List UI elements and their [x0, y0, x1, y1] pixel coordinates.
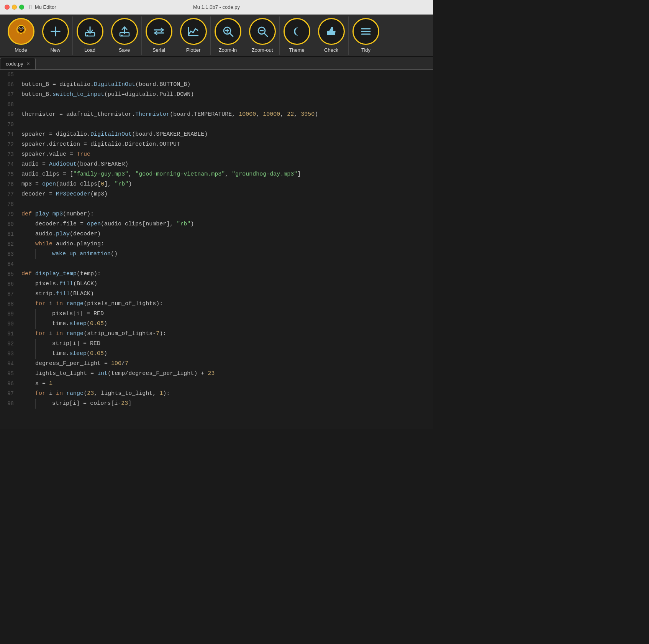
table-row: 74 audio = AudioOut(board.SPEAKER) [0, 159, 433, 169]
svg-point-5 [22, 28, 23, 29]
table-row: 67 button_B.switch_to_input(pull=digital… [0, 90, 433, 100]
table-row: 81 audio.play(decoder) [0, 229, 433, 239]
svg-point-6 [20, 30, 22, 31]
code-py-tab[interactable]: code.py ✕ [0, 58, 36, 69]
svg-line-25 [264, 33, 267, 36]
table-row: 65 [0, 70, 433, 80]
table-row: 79 def play_mp3(number): [0, 209, 433, 219]
table-row: 68 [0, 100, 433, 110]
table-row: 71 speaker = digitalio.DigitalInOut(boar… [0, 130, 433, 140]
svg-rect-26 [327, 31, 329, 35]
table-row: 92 strip[i] = RED [0, 339, 433, 349]
table-row: 83 wake_up_animation() [0, 249, 433, 259]
serial-icon [146, 18, 172, 45]
table-row: 73 speaker.value = True [0, 150, 433, 159]
plotter-button[interactable]: Plotter [176, 16, 211, 55]
tidy-button[interactable]: Tidy [349, 16, 383, 55]
table-row: 69 thermistor = adafruit_thermistor.Ther… [0, 110, 433, 120]
table-row: 93 time.sleep(0.05) [0, 349, 433, 359]
table-row: 90 time.sleep(0.05) [0, 319, 433, 329]
new-label: New [50, 47, 60, 53]
svg-rect-7 [19, 33, 20, 36]
table-row: 75 audio_clips = ["family-guy.mp3", "goo… [0, 169, 433, 179]
title-bar-left:  Mu Editor [5, 4, 56, 11]
minimize-button[interactable] [12, 5, 17, 10]
mode-label: Mode [15, 47, 27, 53]
tidy-icon [352, 18, 379, 45]
title-bar:  Mu Editor Mu 1.1.0b7 - code.py [0, 0, 433, 15]
maximize-button[interactable] [19, 5, 24, 10]
table-row: 98 strip[i] = colors[i-23] [0, 399, 433, 409]
svg-rect-8 [22, 33, 23, 36]
serial-button[interactable]: Serial [142, 16, 176, 55]
table-row: 70 [0, 120, 433, 130]
save-button[interactable]: Save [107, 16, 142, 55]
table-row: 76 mp3 = open(audio_clips[0], "rb") [0, 179, 433, 189]
check-button[interactable]: Check [314, 16, 349, 55]
theme-icon [284, 18, 310, 45]
table-row: 87 strip.fill(BLACK) [0, 289, 433, 299]
table-row: 72 speaker.direction = digitalio.Directi… [0, 140, 433, 150]
table-row: 85 def display_temp(temp): [0, 269, 433, 279]
close-button[interactable] [5, 5, 10, 10]
serial-label: Serial [152, 47, 165, 53]
plotter-label: Plotter [186, 47, 201, 53]
tab-filename: code.py [6, 61, 23, 67]
zoom-out-icon [249, 18, 276, 45]
table-row: 84 [0, 259, 433, 269]
traffic-lights [5, 5, 24, 10]
table-row: 94 degrees_F_per_light = 100/7 [0, 359, 433, 369]
mode-icon [8, 18, 34, 45]
window-title: Mu 1.1.0b7 - code.py [193, 4, 240, 10]
tidy-label: Tidy [361, 47, 370, 53]
theme-button[interactable]: Theme [280, 16, 314, 55]
plotter-icon [180, 18, 207, 45]
table-row: 88 for i in range(pixels_num_of_lights): [0, 299, 433, 309]
table-row: 77 decoder = MP3Decoder(mp3) [0, 189, 433, 199]
check-icon [318, 18, 345, 45]
apple-icon:  [30, 4, 32, 11]
zoom-in-icon [215, 18, 241, 45]
svg-point-4 [19, 28, 20, 29]
new-button[interactable]: New [38, 16, 73, 55]
editor-area[interactable]: 65 66 button_B = digitalio.DigitalInOut(… [0, 70, 433, 429]
tab-close-button[interactable]: ✕ [26, 61, 30, 66]
table-row: 96 x = 1 [0, 379, 433, 389]
table-row: 86 pixels.fill(BLACK) [0, 279, 433, 289]
app-name: Mu Editor [35, 4, 56, 10]
zoom-out-button[interactable]: Zoom-out [245, 16, 280, 55]
svg-point-1 [18, 26, 24, 33]
table-row: 66 button_B = digitalio.DigitalInOut(boa… [0, 80, 433, 90]
tab-bar: code.py ✕ [0, 57, 433, 70]
toolbar: Mode New Load [0, 15, 433, 57]
table-row: 95 lights_to_light = int(temp/degrees_F_… [0, 369, 433, 379]
table-row: 80 decoder.file = open(audio_clips[numbe… [0, 219, 433, 229]
load-icon [77, 18, 103, 45]
table-row: 97 for i in range(23, lights_to_light, 1… [0, 389, 433, 399]
new-icon [42, 18, 69, 45]
load-button[interactable]: Load [73, 16, 107, 55]
table-row: 78 [0, 199, 433, 209]
table-row: 91 for i in range(strip_num_of_lights-7)… [0, 329, 433, 339]
theme-label: Theme [289, 47, 304, 53]
save-label: Save [119, 47, 130, 53]
save-icon [111, 18, 138, 45]
zoom-in-label: Zoom-in [219, 47, 237, 53]
table-row: 89 pixels[i] = RED [0, 309, 433, 319]
code-table: 65 66 button_B = digitalio.DigitalInOut(… [0, 70, 433, 409]
zoom-out-label: Zoom-out [252, 47, 273, 53]
load-label: Load [84, 47, 95, 53]
check-label: Check [324, 47, 338, 53]
mode-button[interactable]: Mode [4, 16, 38, 55]
svg-line-22 [230, 33, 233, 36]
zoom-in-button[interactable]: Zoom-in [211, 16, 245, 55]
table-row: 82 while audio.playing: [0, 239, 433, 249]
